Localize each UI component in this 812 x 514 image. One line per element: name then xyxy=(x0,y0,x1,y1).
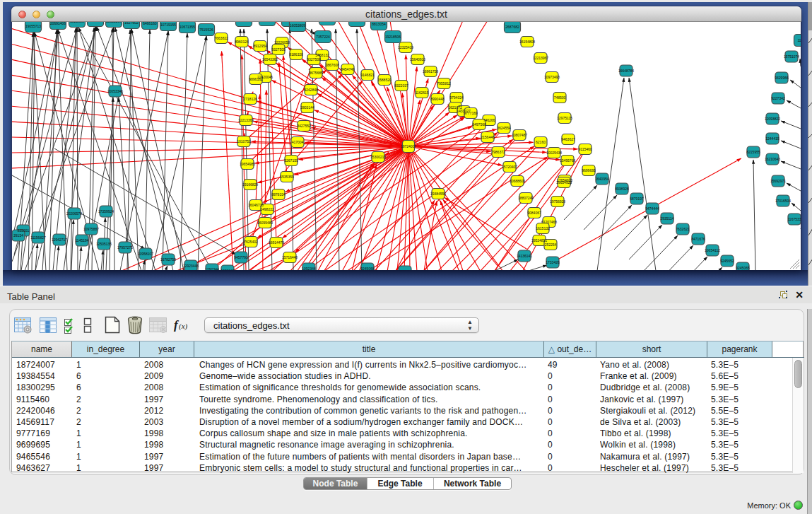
svg-text:15692971: 15692971 xyxy=(770,179,786,183)
svg-text:18724007: 18724007 xyxy=(401,144,416,148)
svg-text:748500: 748500 xyxy=(554,95,566,100)
svg-text:19166829: 19166829 xyxy=(242,182,258,187)
svg-text:(x): (x) xyxy=(179,322,188,331)
svg-text:12975115: 12975115 xyxy=(557,116,572,120)
svg-text:19218506: 19218506 xyxy=(385,35,401,39)
svg-text:9245065: 9245065 xyxy=(736,266,750,270)
svg-text:1527602: 1527602 xyxy=(124,22,139,25)
svg-text:2803144: 2803144 xyxy=(300,105,314,110)
svg-text:10025438: 10025438 xyxy=(546,151,562,155)
svg-text:1615132: 1615132 xyxy=(536,226,550,230)
svg-text:7955812: 7955812 xyxy=(437,81,451,86)
svg-text:20691406: 20691406 xyxy=(50,22,66,25)
svg-text:3427552: 3427552 xyxy=(297,124,311,128)
svg-text:10654112: 10654112 xyxy=(705,248,720,252)
svg-text:1640954: 1640954 xyxy=(595,177,609,181)
svg-text:9245065: 9245065 xyxy=(398,269,412,270)
svg-text:16210643: 16210643 xyxy=(765,157,780,161)
svg-text:9059406: 9059406 xyxy=(350,22,364,23)
svg-text:14136141: 14136141 xyxy=(517,254,532,258)
svg-text:9474444: 9474444 xyxy=(645,206,659,211)
svg-text:10807487: 10807487 xyxy=(512,133,527,137)
svg-text:12923446: 12923446 xyxy=(183,264,199,268)
svg-text:1010753: 1010753 xyxy=(237,139,251,144)
svg-text:7515526: 7515526 xyxy=(199,28,213,32)
svg-text:3675685: 3675685 xyxy=(309,71,323,75)
svg-text:9146821: 9146821 xyxy=(360,73,375,77)
svg-text:1092344: 1092344 xyxy=(302,267,316,270)
svg-text:17016504: 17016504 xyxy=(775,199,791,203)
svg-text:10975887: 10975887 xyxy=(83,227,99,231)
svg-text:6466160: 6466160 xyxy=(143,22,157,25)
svg-text:1498222: 1498222 xyxy=(260,207,274,211)
svg-text:6497568: 6497568 xyxy=(472,122,486,127)
svg-text:7986372: 7986372 xyxy=(491,150,505,154)
svg-text:8813054: 8813054 xyxy=(372,22,386,26)
svg-text:16782759: 16782759 xyxy=(160,257,176,262)
svg-text:9242848: 9242848 xyxy=(304,88,318,92)
svg-text:12093822: 12093822 xyxy=(765,117,780,121)
svg-text:16914479: 16914479 xyxy=(269,240,284,245)
svg-text:7625402: 7625402 xyxy=(244,240,258,244)
svg-text:19654923: 19654923 xyxy=(556,180,572,185)
svg-text:9329966: 9329966 xyxy=(775,76,789,80)
svg-text:9699695: 9699695 xyxy=(582,168,596,173)
svg-text:11174: 11174 xyxy=(797,38,801,42)
svg-text:417004: 417004 xyxy=(292,140,304,144)
svg-text:20053346: 20053346 xyxy=(107,89,123,93)
svg-text:19756928: 19756928 xyxy=(550,199,565,204)
svg-text:10653267: 10653267 xyxy=(106,22,122,23)
svg-text:12226058: 12226058 xyxy=(274,40,290,45)
svg-text:15300213: 15300213 xyxy=(370,155,386,159)
svg-text:12505135: 12505135 xyxy=(96,242,112,246)
svg-text:12213967: 12213967 xyxy=(533,56,548,60)
svg-text:2687682: 2687682 xyxy=(505,25,519,29)
svg-text:1588520: 1588520 xyxy=(377,78,392,82)
svg-text:39154: 39154 xyxy=(13,233,23,238)
svg-text:1535359: 1535359 xyxy=(280,175,294,179)
svg-text:5267155: 5267155 xyxy=(284,158,298,163)
svg-text:11156827: 11156827 xyxy=(30,235,46,240)
svg-text:9327505: 9327505 xyxy=(271,47,286,52)
svg-text:17359924: 17359924 xyxy=(98,209,114,214)
svg-text:1145194: 1145194 xyxy=(75,238,88,243)
svg-text:8878334: 8878334 xyxy=(271,192,286,197)
svg-text:835001: 835001 xyxy=(18,228,30,233)
svg-text:9084067: 9084067 xyxy=(527,211,541,215)
svg-text:19055713: 19055713 xyxy=(25,24,41,28)
svg-text:8454749: 8454749 xyxy=(341,67,355,71)
svg-text:16053809: 16053809 xyxy=(290,23,305,28)
svg-text:1167533: 1167533 xyxy=(787,217,801,221)
svg-text:8990448: 8990448 xyxy=(430,97,445,101)
svg-text:16099489: 16099489 xyxy=(257,221,273,225)
svg-text:10973493: 10973493 xyxy=(544,75,560,79)
svg-text:9318043: 9318043 xyxy=(237,22,251,23)
svg-text:15716448: 15716448 xyxy=(282,255,298,259)
svg-text:2156446: 2156446 xyxy=(481,135,495,139)
svg-text:9327508: 9327508 xyxy=(307,57,321,62)
svg-text:7357224: 7357224 xyxy=(316,35,330,39)
svg-text:2718126: 2718126 xyxy=(243,97,257,101)
svg-text:17957275: 17957275 xyxy=(117,245,133,250)
svg-text:16961758: 16961758 xyxy=(423,69,438,74)
svg-text:3624554: 3624554 xyxy=(497,126,511,130)
svg-text:10688609: 10688609 xyxy=(510,179,525,183)
svg-text:12213369: 12213369 xyxy=(238,118,254,122)
svg-text:7663822: 7663822 xyxy=(214,36,228,40)
svg-text:8322037: 8322037 xyxy=(394,83,408,88)
svg-text:9794024: 9794024 xyxy=(449,95,464,100)
svg-text:12942717: 12942717 xyxy=(52,238,67,242)
svg-text:1821906: 1821906 xyxy=(70,22,84,23)
svg-text:1162615: 1162615 xyxy=(415,90,428,95)
svg-text:9777169: 9777169 xyxy=(464,111,478,115)
svg-text:15720407: 15720407 xyxy=(502,165,517,169)
svg-text:9457791: 9457791 xyxy=(234,255,248,259)
svg-text:2867608: 2867608 xyxy=(325,63,339,67)
svg-text:252254: 252254 xyxy=(545,243,557,247)
svg-text:1244415: 1244415 xyxy=(765,136,779,141)
svg-text:1092346: 1092346 xyxy=(220,269,235,270)
svg-text:9227342: 9227342 xyxy=(771,96,785,100)
svg-text:15640910: 15640910 xyxy=(410,57,425,62)
svg-text:16648784: 16648784 xyxy=(618,69,634,73)
svg-text:9245652: 9245652 xyxy=(720,259,734,263)
